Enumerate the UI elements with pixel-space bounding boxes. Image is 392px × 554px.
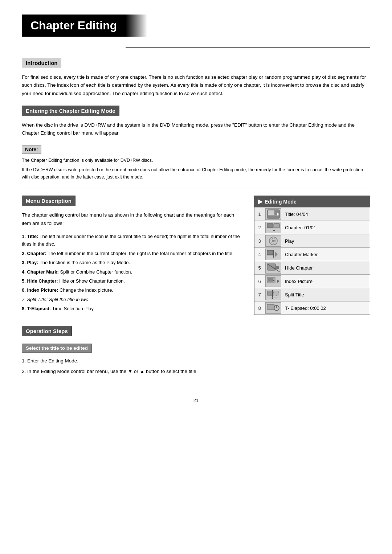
svg-rect-22 (273, 280, 274, 281)
svg-rect-23 (267, 291, 272, 295)
svg-marker-13 (275, 252, 278, 257)
svg-rect-18 (276, 266, 279, 269)
desc-item-6: 6. Index Picture: Change the index pictu… (22, 286, 243, 294)
introduction-section: Introduction For finalised discs, every … (22, 58, 370, 98)
svg-marker-7 (273, 230, 275, 231)
chapter-icon (265, 222, 281, 233)
operation-steps-section: Operation Steps Select the title to be e… (22, 326, 370, 376)
svg-rect-4 (267, 223, 273, 228)
play-icon (265, 235, 281, 247)
row-num: 5 (254, 264, 265, 272)
editing-mode-panel: ▶ Editing Mode 1 Title: 04/04 2 (254, 196, 370, 315)
divider (22, 189, 370, 189)
table-row: 2 Chapter: 01/01 (254, 221, 370, 234)
operation-steps-list: 1. Enter the Editing Mode. 2. In the Edi… (22, 357, 370, 376)
note-line-2: If the DVD+RW disc is write-protected or… (22, 166, 370, 181)
split-title-icon (265, 289, 281, 300)
split-title-label: Split Title (282, 292, 370, 297)
svg-rect-27 (267, 304, 274, 309)
desc-item-2: 2. Chapter: The left number is the curre… (22, 250, 243, 257)
desc-item-7: 7. Split Title: Split the title in two. (22, 296, 243, 303)
op-step-2: 2. In the Editing Mode control bar menu,… (22, 368, 370, 376)
elapsed-label: T- Elapsed: 0:00:02 (282, 305, 370, 311)
svg-rect-24 (273, 291, 278, 295)
chapter-label: Chapter: 01/01 (282, 225, 370, 230)
chapter-marker-icon (265, 249, 281, 260)
title-label: Title: 04/04 (282, 212, 370, 217)
introduction-body: For finalised discs, every title is made… (22, 73, 370, 98)
page-title: Chapter Editing (22, 15, 126, 37)
select-title-header: Select the title to be edited (22, 344, 92, 353)
row-num: 2 (254, 223, 265, 232)
index-picture-label: Index Picture (282, 279, 370, 284)
hide-chapter-label: Hide Chapter (282, 265, 370, 271)
note-section: Note: The Chapter Editing function is on… (22, 145, 370, 181)
desc-item-1: 1. Title: The left number under the icon… (22, 233, 243, 248)
entering-section: Entering the Chapter Editing Mode When t… (22, 106, 370, 138)
row-num: 1 (254, 210, 265, 218)
table-row: 3 Play (254, 234, 370, 247)
table-row: 8 T- Elapsed: 0:00:02 (254, 301, 370, 315)
title-icon (265, 208, 281, 220)
svg-rect-5 (274, 223, 279, 228)
svg-rect-6 (267, 229, 279, 229)
menu-description-intro: The chapter editing control bar menu is … (22, 211, 243, 227)
svg-rect-11 (267, 250, 273, 255)
index-picture-icon (265, 275, 281, 287)
row-num: 4 (254, 250, 265, 259)
svg-rect-1 (268, 210, 274, 215)
arrow-icon: ▶ (258, 198, 262, 205)
row-num: 8 (254, 304, 265, 312)
chapter-marker-label: Chapter Marker (282, 252, 370, 257)
menu-description-left: Menu Description The chapter editing con… (22, 196, 243, 315)
page-number: 21 (22, 398, 370, 403)
table-row: 6 Index Picture (254, 274, 370, 288)
play-label: Play (282, 238, 370, 244)
desc-item-5: 5. Hide Chapter: Hide or Show Chapter fu… (22, 277, 243, 285)
entering-header: Entering the Chapter Editing Mode (22, 106, 119, 116)
menu-description-list: 1. Title: The left number under the icon… (22, 233, 243, 313)
table-row: 4 Chapter Marker (254, 247, 370, 261)
menu-description-header: Menu Description (22, 196, 75, 206)
desc-item-3: 3. Play: The function is the same as the… (22, 259, 243, 266)
editing-mode-header: ▶ Editing Mode (254, 196, 370, 207)
row-num: 7 (254, 291, 265, 299)
table-row: 7 Split Title (254, 288, 370, 301)
svg-rect-20 (268, 278, 273, 282)
introduction-header: Introduction (22, 58, 61, 68)
op-step-1: 1. Enter the Editing Mode. (22, 357, 370, 365)
hide-chapter-icon (265, 262, 281, 274)
operation-steps-header: Operation Steps (22, 326, 72, 336)
editing-mode-title: Editing Mode (265, 199, 297, 205)
elapsed-icon (265, 302, 281, 314)
table-row: 5 Hide Chapter (254, 261, 370, 274)
editing-mode-table: ▶ Editing Mode 1 Title: 04/04 2 (254, 196, 370, 315)
note-header: Note: (22, 145, 41, 154)
desc-item-8: 8. T-Elapsed: Time Selection Play. (22, 305, 243, 312)
row-num: 3 (254, 237, 265, 245)
svg-marker-21 (277, 279, 279, 283)
note-line-1: The Chapter Editing function is only ava… (22, 157, 370, 164)
menu-description-section: Menu Description The chapter editing con… (22, 196, 370, 315)
table-row: 1 Title: 04/04 (254, 207, 370, 221)
desc-item-4: 4. Chapter Mark: Split or Combine Chapte… (22, 268, 243, 276)
row-num: 6 (254, 277, 265, 286)
entering-body: When the disc in the drive is DVD+RW and… (22, 121, 370, 138)
